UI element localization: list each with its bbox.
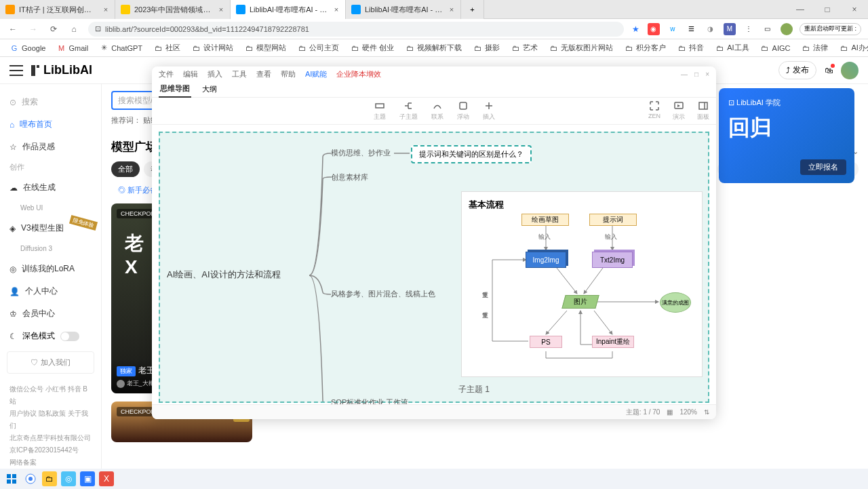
tb-subtopic[interactable]: 子主题 [399,100,418,121]
bookmark[interactable]: 🗀公司主页 [293,41,343,54]
join-us-button[interactable]: ♡ 加入我们 [7,351,94,374]
star-icon[interactable]: ★ [632,24,639,34]
sidebar-item-v3[interactable]: ◈V3模型生图限免体验 [0,217,101,239]
ext-icon[interactable]: ☰ [686,23,698,35]
mindmap-canvas[interactable]: AI绘画、AI设计的方法和流程 模仿思维、抄作业 提示词和关键词的区别是什么？ … [159,132,709,403]
app-icon[interactable]: ◎ [61,471,76,486]
sidebar-item-profile[interactable]: 👤个人中心 [0,280,101,302]
browser-tab[interactable]: IT桔子 | 泛互联网创业投资项目× [0,0,115,19]
profile-icon[interactable] [781,23,793,35]
chrome-icon[interactable] [23,471,38,486]
avatar[interactable] [841,62,859,79]
ext-icon[interactable]: M [724,23,736,35]
promo-card[interactable]: ⊡ LibLibAI 学院 回归 立即报名 [719,88,854,183]
tb-present[interactable]: 演示 [673,100,685,121]
close-icon[interactable]: × [102,6,109,13]
menu-ai[interactable]: AI赋能 [305,69,327,79]
menu-help[interactable]: 帮助 [281,69,296,79]
dark-mode-toggle[interactable]: ☾深色模式 [0,325,101,347]
url-input[interactable]: ⊡liblib.art/?sourceId=000293&bd_vid=1112… [88,22,624,37]
logo[interactable]: LibLibAI [30,62,92,79]
mindmap-node[interactable]: 创意素材库 [331,172,368,182]
sidebar-item-member[interactable]: ♔会员中心 [0,302,101,325]
zoom-stepper[interactable]: ⇅ [704,408,709,416]
app-icon[interactable]: ▣ [80,471,95,486]
close-icon[interactable]: × [333,6,340,13]
sidebar-search[interactable]: ⊙搜索 [0,91,101,113]
forward-icon[interactable]: → [27,23,39,35]
tb-panel[interactable]: 面板 [697,100,709,121]
ext-icon[interactable]: ◉ [648,23,660,35]
bookmark[interactable]: 🗀视频解析下载 [401,41,466,54]
notification-icon[interactable]: 🛍 [825,66,833,75]
tb-topic[interactable]: 主题 [374,100,386,121]
bookmark[interactable]: 🗀积分客户 [620,41,670,54]
bookmark[interactable]: 🗀硬件 创业 [346,41,398,54]
mindmap-subtopic[interactable]: 子主题 1 [458,384,490,395]
window-minimize[interactable]: — [681,71,688,78]
window-maximize[interactable]: □ [814,0,841,19]
update-button[interactable]: 重新启动即可更新 : [800,23,861,35]
ext-icon[interactable]: w [667,23,679,35]
menu-view[interactable]: 查看 [256,69,271,79]
chip-all[interactable]: 全部 [111,161,140,177]
bookmark[interactable]: 🗀摄影 [469,41,504,54]
bookmark[interactable]: MGmail [52,42,92,54]
ext-icon[interactable]: ◑ [705,23,717,35]
map-icon[interactable]: ▦ [667,408,673,416]
bookmark[interactable]: GGoogle [5,42,50,54]
menu-tools[interactable]: 工具 [232,69,247,79]
home-icon[interactable]: ⌂ [68,23,80,35]
ext-icon[interactable]: ▭ [762,23,774,35]
sidebar-item-generate[interactable]: ☁在线生成 [0,176,101,199]
mindmap-node[interactable]: 模仿思维、抄作业 [331,148,391,158]
window-close[interactable]: × [705,71,709,78]
tab-outline[interactable]: 大纲 [201,81,218,97]
bookmark[interactable]: 🗀无版权图片网站 [545,41,617,54]
start-icon[interactable] [4,471,19,486]
new-tab-button[interactable]: + [461,0,484,19]
menu-insert[interactable]: 插入 [208,69,222,79]
browser-tab[interactable]: 2023年中国营销领域AIGC技...× [115,0,231,19]
bookmark[interactable]: 🗀社区 [149,41,184,54]
fc-node: 图片 [561,295,599,309]
close-icon[interactable]: × [448,6,455,13]
back-icon[interactable]: ← [7,23,19,35]
menu-enterprise[interactable]: 企业降本增效 [336,69,381,79]
bookmark[interactable]: 🗀抖音 [673,41,708,54]
window-close[interactable]: × [841,0,868,19]
ext-icon[interactable]: ⋮ [743,23,755,35]
bookmark[interactable]: 🗀AI办公工具 [835,41,868,54]
bookmark[interactable]: 🗀法律 [797,41,832,54]
mindmap-node-active[interactable]: 提示词和关键词的区别是什么？ [411,145,532,163]
bookmark[interactable]: 🗀AI工具 [711,41,753,54]
mindmap-root[interactable]: AI绘画、AI设计的方法和流程 [167,269,281,281]
bookmark[interactable]: 🗀艺术 [507,41,542,54]
bookmark[interactable]: 🗀模型网站 [240,41,290,54]
menu-file[interactable]: 文件 [159,69,174,79]
sidebar-item-home[interactable]: ⌂哩布首页 [0,113,101,136]
tb-link[interactable]: 联系 [431,100,443,121]
mindmap-node[interactable]: 风格参考、图片混合、线稿上色 [331,289,435,299]
app-icon[interactable]: X [99,471,114,486]
publish-button[interactable]: ⤴发布 [778,61,816,79]
tb-insert[interactable]: 插入 [483,100,495,121]
tab-mindmap[interactable]: 思维导图 [159,81,191,98]
bookmark[interactable]: ✳ChatGPT [95,42,146,54]
hamburger-icon[interactable] [9,65,23,76]
window-maximize[interactable]: □ [694,71,698,78]
browser-tab[interactable]: LiblibAI·哩布哩布AI - 中国领...× [346,0,461,19]
bookmark[interactable]: 🗀AIGC [756,42,795,54]
zoom-level[interactable]: 120% [679,408,697,416]
close-icon[interactable]: × [218,6,224,13]
browser-tab[interactable]: LiblibAI·哩布哩布AI - 中国领先...× [231,0,346,19]
reload-icon[interactable]: ⟳ [47,23,60,35]
sidebar-item-lora[interactable]: ◎训练我的LoRA [0,258,101,280]
bookmark[interactable]: 🗀设计网站 [187,41,237,54]
sidebar-item-inspiration[interactable]: ☆作品灵感 [0,136,101,158]
tb-float[interactable]: 浮动 [457,100,469,121]
tb-zen[interactable]: ZEN [648,100,660,121]
window-minimize[interactable]: — [787,0,814,19]
menu-edit[interactable]: 编辑 [183,69,198,79]
files-icon[interactable]: 🗀 [42,471,57,486]
